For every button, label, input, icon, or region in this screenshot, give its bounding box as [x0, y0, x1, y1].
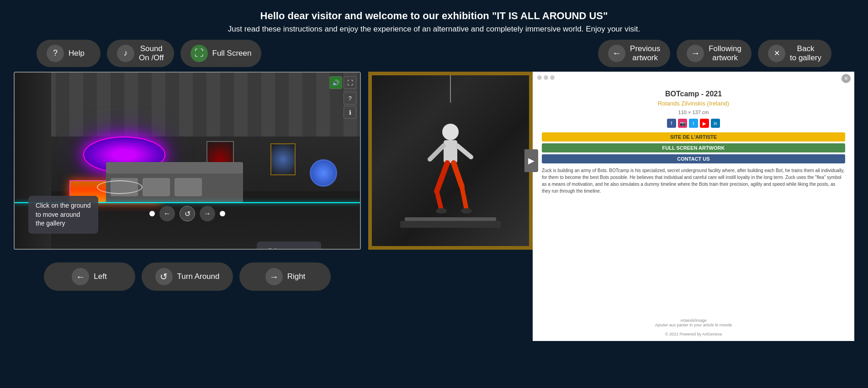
close-icon: ✕ [768, 45, 785, 62]
linkedin-icon[interactable]: in [711, 119, 720, 128]
sound-icon: ♪ [117, 45, 134, 62]
svg-line-2 [430, 146, 444, 159]
help-button[interactable]: ? Help [37, 40, 101, 68]
artwork-artist: Rolands Zilvinskis (Ireland) [542, 100, 845, 107]
artwork-circle[interactable] [310, 159, 337, 187]
artwork-info-content: BOTcamp - 2021 Rolands Zilvinskis (Irela… [542, 90, 845, 194]
turn-around-icon: ↺ [155, 268, 173, 285]
left-icon: ← [72, 268, 89, 285]
fullscreen-label: Full Screen [212, 49, 252, 58]
gallery-scene: ← ↺ → 🔊 ⛶ ? ℹ Click on the groundt [15, 73, 360, 249]
left-panel: ← ↺ → 🔊 ⛶ ? ℹ Click on the groundt [14, 72, 361, 341]
back-to-gallery-button[interactable]: ✕ Backto gallery [758, 40, 831, 68]
svg-line-4 [437, 163, 447, 191]
panel-dot-2 [544, 75, 548, 80]
contact-us-button[interactable]: CONTACT US [542, 154, 845, 163]
previous-label: Previousartwork [630, 44, 660, 63]
artwork-image[interactable]: ▶ [368, 72, 533, 250]
fullscreen-artwork-button[interactable]: FULL SCREEN ARTWORK [542, 143, 845, 152]
nav-right-btn[interactable]: → [200, 206, 215, 221]
twitter-icon[interactable]: t [689, 119, 698, 128]
nav-dot-2 [220, 211, 225, 216]
artwork-footer: Artwork/imageAjouter aux panier in your … [542, 318, 845, 327]
artwork-image-bg [372, 75, 529, 246]
gallery-panel[interactable]: ← ↺ → 🔊 ⛶ ? ℹ Click on the groundt [14, 72, 361, 250]
artwork-frame-2-inner [271, 144, 295, 174]
question-icon: ? [47, 45, 64, 62]
panel-dot-3 [550, 75, 555, 80]
instagram-icon[interactable]: 📷 [678, 119, 687, 128]
artwork-description: Zuck is building an army of Bots. BOTcam… [542, 167, 845, 194]
left-label: Left [94, 272, 106, 281]
svg-line-6 [454, 163, 462, 187]
help-label: Help [69, 49, 85, 58]
help-side-icon[interactable]: ? [344, 92, 356, 105]
gallery-top-right-icons: 🔊 ⛶ [329, 76, 356, 89]
info-side-icon[interactable]: ℹ [344, 106, 356, 119]
info-box-ground: Click on the groundto move aroundthe gal… [28, 196, 98, 234]
nav-dot-1 [149, 211, 155, 216]
previous-icon: ← [608, 45, 625, 62]
bottom-nav: ← Left ↺ Turn Around → Right [14, 262, 361, 291]
right-button[interactable]: → Right [239, 262, 331, 291]
sound-label: SoundOn /Off [139, 44, 164, 63]
nav-turn-btn[interactable]: ↺ [180, 206, 195, 221]
previous-artwork-button[interactable]: ← Previousartwork [598, 40, 670, 68]
left-button[interactable]: ← Left [44, 262, 135, 291]
svg-line-5 [437, 191, 441, 210]
fullscreen-button[interactable]: ⛶ Full Screen [180, 40, 262, 68]
fullscreen-toggle-icon[interactable]: ⛶ [344, 76, 356, 89]
youtube-icon[interactable]: ▶ [700, 119, 709, 128]
sound-toggle-icon[interactable]: 🔊 [329, 76, 342, 89]
artwork-info-panel: ✕ BOTcamp - 2021 Rolands Zilvinskis (Ire… [533, 72, 854, 341]
top-buttons-left: ? Help ♪ SoundOn /Off ⛶ Full Screen [37, 40, 261, 68]
svg-point-9 [461, 208, 472, 214]
artwork-dimensions: 110 × 137 cm [542, 110, 845, 115]
powered-by: © 2021 Powered by ArtGeneva [533, 332, 854, 336]
info-box-artwork: Click onartwork to displaythe informatio… [257, 241, 321, 250]
header: Hello dear visitor and welcome to our ex… [0, 0, 868, 40]
nav-dots: ← ↺ → [149, 206, 225, 221]
back-to-gallery-label: Backto gallery [790, 44, 821, 63]
facebook-icon[interactable]: f [667, 119, 676, 128]
turn-around-button[interactable]: ↺ Turn Around [142, 262, 233, 291]
right-icon: → [265, 268, 283, 285]
right-label: Right [287, 272, 306, 281]
top-buttons-right: ← Previousartwork → Followingartwork ✕ B… [598, 40, 831, 68]
nav-left-btn[interactable]: ← [159, 206, 175, 221]
runner-svg [421, 118, 480, 223]
svg-line-3 [457, 146, 471, 157]
top-buttons: ? Help ♪ SoundOn /Off ⛶ Full Screen ← Pr… [0, 40, 868, 68]
sofa-cushion-2 [143, 178, 170, 196]
ceiling [15, 73, 360, 136]
svg-point-8 [436, 208, 447, 214]
panel-close-button[interactable]: ✕ [842, 74, 851, 83]
site-artiste-button[interactable]: SITE DE L'ARTISTE [542, 132, 845, 142]
artwork-title: BOTcamp - 2021 [542, 90, 845, 98]
svg-line-7 [462, 187, 466, 210]
panel-dots [537, 75, 555, 80]
main-content: ← ↺ → 🔊 ⛶ ? ℹ Click on the groundt [0, 72, 868, 341]
info-box-artwork-text: Click onartwork to displaythe informatio… [264, 247, 314, 250]
following-artwork-button[interactable]: → Followingartwork [677, 40, 752, 68]
svg-rect-1 [444, 140, 457, 163]
sofa-back [106, 162, 243, 173]
social-icons: f 📷 t ▶ in [542, 119, 845, 128]
following-icon: → [687, 45, 704, 62]
sound-button[interactable]: ♪ SoundOn /Off [107, 40, 174, 68]
turn-around-label: Turn Around [177, 272, 220, 281]
fullscreen-icon: ⛶ [191, 45, 208, 62]
sofa-cushion-3 [175, 178, 202, 196]
hanging-wire [450, 75, 451, 103]
right-section: ▶ ✕ BOTcamp - 2021 Rolands Zilvinskis (I… [368, 72, 854, 341]
gallery-side-icons: ? ℹ [344, 92, 356, 119]
panel-dot-1 [537, 75, 542, 80]
artwork-frame-2[interactable] [270, 143, 296, 175]
header-line1: Hello dear visitor and welcome to our ex… [0, 8, 868, 23]
svg-point-0 [442, 124, 459, 140]
artwork-arrow-right[interactable]: ▶ [524, 149, 538, 172]
info-box-ground-text: Click on the groundto move aroundthe gal… [36, 202, 91, 227]
following-label: Followingartwork [709, 44, 741, 63]
artwork-panel: ▶ ✕ BOTcamp - 2021 Rolands Zilvinskis (I… [368, 72, 854, 341]
header-line2: Just read these instructions and enjoy t… [0, 23, 868, 35]
